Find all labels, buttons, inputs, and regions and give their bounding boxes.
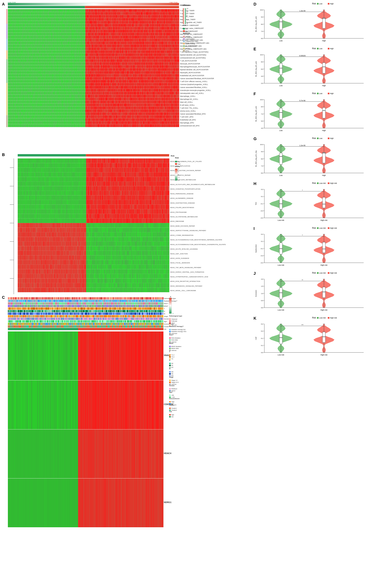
svg-text:2.0: 2.0 <box>261 83 263 84</box>
violin-g-svg: RiskLowHigh6.07.08.09.010.0tfe_dfs4_pog_… <box>253 137 389 180</box>
svg-text:4.0: 4.0 <box>261 127 263 129</box>
svg-text:8.0: 8.0 <box>261 158 263 160</box>
svg-text:Low-risk: Low-risk <box>319 227 326 229</box>
svg-text:0.1: 0.1 <box>261 196 263 197</box>
svg-rect-145 <box>317 182 319 184</box>
svg-text:6.0: 6.0 <box>261 172 263 174</box>
svg-text:High-risk: High-risk <box>330 182 337 184</box>
svg-text:Low-risk: Low-risk <box>278 264 284 266</box>
svg-text:Low: Low <box>279 174 283 176</box>
svg-text:7.0: 7.0 <box>261 113 263 115</box>
violin-j-svg: RiskLow-riskHigh-risk0.00.51.01.52.0Excl… <box>253 271 389 315</box>
svg-text:tfe_dfs4_log_prt1_pos: tfe_dfs4_log_prt1_pos <box>255 106 257 122</box>
svg-text:7.0: 7.0 <box>261 165 263 167</box>
svg-text:Low: Low <box>319 137 322 139</box>
svg-text:-0.1: -0.1 <box>260 203 263 205</box>
svg-text:Risk: Risk <box>312 272 316 274</box>
violin-k-svg: RiskLow-riskHigh-risk0.00.10.10.20.2CAFL… <box>253 316 389 359</box>
svg-text:*: * <box>302 234 303 236</box>
svg-text:High: High <box>322 85 326 87</box>
panel-d-label: D <box>253 2 256 6</box>
svg-rect-126 <box>280 153 282 164</box>
svg-text:Low: Low <box>279 130 283 131</box>
svg-rect-54 <box>280 63 282 75</box>
svg-text:9.0: 9.0 <box>261 151 263 153</box>
svg-text:0.00025: 0.00025 <box>299 55 306 57</box>
svg-rect-277 <box>322 332 325 343</box>
panel-a-label: A <box>2 2 5 6</box>
svg-text:CAF: CAF <box>255 336 257 340</box>
violin-plot-e: E RiskLowHigh2.04.06.08.010.0tfe_dfs4_lo… <box>253 47 389 90</box>
svg-text:**: ** <box>302 279 303 281</box>
svg-text:Low-risk: Low-risk <box>319 317 326 319</box>
svg-text:4.0: 4.0 <box>261 75 263 77</box>
svg-text:7.0: 7.0 <box>261 30 263 32</box>
svg-text:-0.3: -0.3 <box>260 255 263 257</box>
svg-text:Low-risk: Low-risk <box>278 354 284 356</box>
violin-plot-k: K RiskLow-riskHigh-risk0.00.10.10.20.2CA… <box>253 316 389 359</box>
violin-i-svg: RiskLow-riskHigh-risk-0.4-0.3-0.10.10.2D… <box>253 226 389 270</box>
svg-text:High-risk: High-risk <box>330 272 337 274</box>
violin-h-svg: RiskLow-riskHigh-risk-0.4-0.3-0.10.10.2T… <box>253 181 389 225</box>
svg-text:0.1: 0.1 <box>261 337 263 339</box>
panel-c-label: C <box>2 295 5 300</box>
svg-text:Risk: Risk <box>312 92 316 94</box>
svg-text:High: High <box>330 92 334 94</box>
svg-text:High-risk: High-risk <box>321 219 327 221</box>
svg-text:5.5: 5.5 <box>261 120 263 122</box>
svg-text:*: * <box>302 189 303 191</box>
svg-text:Risk: Risk <box>312 317 316 319</box>
section-a: A <box>2 2 252 152</box>
svg-text:1.5: 1.5 <box>261 285 263 287</box>
svg-text:High-risk: High-risk <box>321 264 327 266</box>
panel-f-label: F <box>253 92 256 96</box>
svg-text:Risk: Risk <box>312 137 316 139</box>
svg-rect-73 <box>317 93 319 94</box>
svg-text:Risk: Risk <box>312 47 316 50</box>
svg-text:Low-risk: Low-risk <box>319 182 326 184</box>
panel-g-label: G <box>253 137 257 141</box>
svg-text:10.0: 10.0 <box>260 99 263 101</box>
svg-rect-169 <box>322 197 325 208</box>
heatmap-c-canvas <box>2 295 248 531</box>
svg-rect-25 <box>322 18 325 29</box>
svg-text:High-risk: High-risk <box>330 317 337 319</box>
svg-rect-133 <box>322 153 325 163</box>
svg-text:Low: Low <box>319 92 322 94</box>
svg-text:2.0: 2.0 <box>261 278 263 280</box>
panel-b-label: B <box>2 153 5 157</box>
heatmap-a-canvas <box>2 2 248 152</box>
svg-text:Dysfunction: Dysfunction <box>255 245 257 253</box>
svg-text:Low-risk: Low-risk <box>278 309 284 311</box>
svg-text:6.0: 6.0 <box>261 68 263 70</box>
svg-text:-0.3: -0.3 <box>260 210 263 212</box>
panel-i-label: I <box>253 226 255 231</box>
svg-rect-3 <box>328 3 329 4</box>
svg-text:6.0: 6.0 <box>261 38 263 39</box>
svg-rect-147 <box>328 182 329 184</box>
svg-rect-109 <box>317 138 319 139</box>
svg-text:10.0: 10.0 <box>260 144 263 146</box>
svg-rect-39 <box>328 48 329 49</box>
svg-text:High: High <box>330 3 334 5</box>
svg-rect-111 <box>328 138 329 139</box>
violin-plot-h: H RiskLow-riskHigh-risk-0.4-0.3-0.10.10.… <box>253 181 389 225</box>
svg-text:1.2e-05: 1.2e-05 <box>299 145 306 146</box>
svg-rect-61 <box>322 63 325 73</box>
svg-rect-217 <box>317 272 319 274</box>
svg-text:Risk: Risk <box>312 227 316 229</box>
panel-h-label: H <box>253 181 256 186</box>
svg-rect-75 <box>328 93 329 94</box>
svg-text:High-risk: High-risk <box>321 309 327 311</box>
svg-text:9.0: 9.0 <box>261 16 263 18</box>
svg-text:Risk: Risk <box>312 182 316 184</box>
svg-rect-270 <box>280 333 282 344</box>
svg-text:8.0: 8.0 <box>261 61 263 63</box>
svg-text:High: High <box>330 48 334 50</box>
svg-text:Low: Low <box>279 40 283 42</box>
violin-plot-j: J RiskLow-riskHigh-risk0.00.51.01.52.0Ex… <box>253 271 389 315</box>
svg-text:Exclusion: Exclusion <box>255 290 257 297</box>
violin-plot-d: D RiskLowHigh6.07.08.09.010.0tfe_dfs4_lo… <box>253 2 389 45</box>
svg-text:1.3e-09: 1.3e-09 <box>299 10 306 12</box>
svg-rect-205 <box>322 242 325 253</box>
